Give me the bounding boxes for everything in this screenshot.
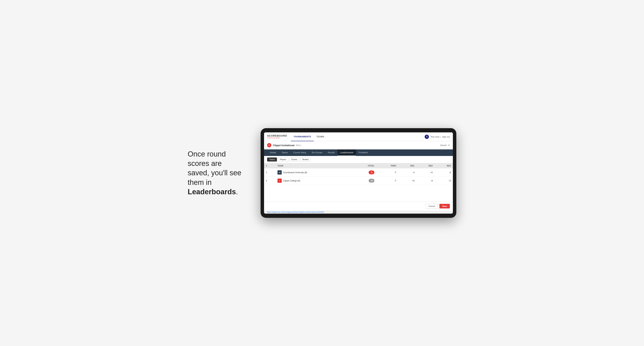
col-rd2: RD2: [416, 163, 435, 169]
page-footer: Cancel Save: [264, 201, 453, 210]
table-row: 2 C Clippd College [A] +3 F: [264, 177, 453, 185]
sidebar-text-bold: Leaderboards: [188, 188, 236, 196]
tournament-header: C Clippd Invitational (Men) Cancel ✕: [264, 141, 453, 150]
leaderboard-table: # TEAM TOTAL THRU RD1 RD2 RD3 1: [264, 163, 453, 185]
score-badge-1: -5: [369, 171, 374, 174]
team-name-2: Clippd College [A]: [283, 179, 300, 182]
rd2-2: -8: [416, 177, 435, 185]
top-navigation: SCOREBOARD Powered by clippd TOURNAMENTS…: [264, 132, 453, 141]
sidebar-text-end: .: [236, 188, 238, 196]
nav-links: TOURNAMENTS TEAMS: [291, 132, 425, 141]
filter-players-button[interactable]: Players: [278, 158, 288, 162]
rd3-2: +3: [435, 177, 453, 185]
table-row: 1 SU Scoreboard University [A] -5 F: [264, 169, 453, 177]
brand-subtitle: Powered by clippd: [267, 137, 287, 139]
tab-details[interactable]: Details: [267, 150, 279, 156]
tablet-device: SCOREBOARD Powered by clippd TOURNAMENTS…: [260, 128, 456, 218]
user-avatar: S: [425, 135, 429, 139]
team-cell-2: C Clippd College [A]: [276, 177, 352, 185]
team-cell-1: SU Scoreboard University [A]: [276, 169, 352, 177]
rank-1: 1: [264, 169, 276, 177]
filter-teams-button[interactable]: Teams: [267, 158, 277, 162]
sidebar-text-line1: Once roundscores aresaved, you'll seethe…: [188, 150, 242, 186]
score-badge-2: +3: [369, 179, 374, 182]
tournament-icon: C: [267, 143, 271, 147]
thru-2: F: [376, 177, 398, 185]
brand-logo: SCOREBOARD Powered by clippd: [267, 135, 287, 139]
tab-leaderboards[interactable]: Leaderboards: [338, 150, 356, 156]
nav-tournaments[interactable]: TOURNAMENTS: [291, 132, 314, 141]
team-logo-1: SU: [278, 170, 282, 174]
thru-1: F: [376, 169, 398, 177]
user-name: Test User |: [430, 136, 440, 138]
save-button[interactable]: Save: [440, 204, 450, 208]
filter-strokes-button[interactable]: Strokes: [300, 158, 311, 162]
tab-teams[interactable]: Teams: [279, 150, 290, 156]
nav-teams[interactable]: TEAMS: [314, 132, 327, 141]
tournament-name: Clippd Invitational: [273, 144, 294, 147]
filter-bar: Teams Players Scores Strokes: [264, 156, 453, 163]
rank-2: 2: [264, 177, 276, 185]
rd2-1: +5: [416, 169, 435, 177]
tab-tee-groups[interactable]: Tee Groups: [309, 150, 325, 156]
rd1-1: -4: [398, 169, 416, 177]
table-header-row: # TEAM TOTAL THRU RD1 RD2 RD3: [264, 163, 453, 169]
tablet-screen: SCOREBOARD Powered by clippd TOURNAMENTS…: [264, 132, 453, 214]
sidebar-description: Once roundscores aresaved, you'll seethe…: [188, 150, 249, 197]
nav-right: S Test User | Sign out: [425, 135, 450, 139]
tab-printables[interactable]: Printables: [356, 150, 371, 156]
cancel-button[interactable]: Cancel: [426, 204, 438, 209]
team-info-1: SU Scoreboard University [A]: [278, 170, 350, 174]
col-total: TOTAL: [352, 163, 376, 169]
col-rank: #: [264, 163, 276, 169]
team-logo-2: C: [278, 178, 282, 183]
rd3-1: -6: [435, 169, 453, 177]
rd1-2: +8: [398, 177, 416, 185]
col-rd1: RD1: [398, 163, 416, 169]
col-team: TEAM: [276, 163, 352, 169]
tournament-gender: (Men): [296, 144, 301, 146]
col-thru: THRU: [376, 163, 398, 169]
sub-navigation: Details Teams Course Setup Tee Groups Re…: [264, 150, 453, 156]
team-info-2: C Clippd College [A]: [278, 178, 350, 183]
team-name-1: Scoreboard University [A]: [283, 171, 307, 173]
tab-results[interactable]: Results: [325, 150, 338, 156]
total-2: +3: [352, 177, 376, 185]
col-rd3: RD3: [435, 163, 453, 169]
filter-scores-button[interactable]: Scores: [289, 158, 299, 162]
sign-out-link[interactable]: Sign out: [442, 136, 450, 138]
tab-course-setup[interactable]: Course Setup: [290, 150, 309, 156]
cancel-tournament[interactable]: Cancel ✕: [440, 144, 450, 147]
total-1: -5: [352, 169, 376, 177]
url-bar: https://stage-blue-coach.stagescoreboard…: [264, 210, 453, 214]
brand-title: SCOREBOARD: [267, 135, 287, 137]
close-icon: ✕: [448, 144, 450, 147]
leaderboard-content: # TEAM TOTAL THRU RD1 RD2 RD3 1: [264, 163, 453, 201]
